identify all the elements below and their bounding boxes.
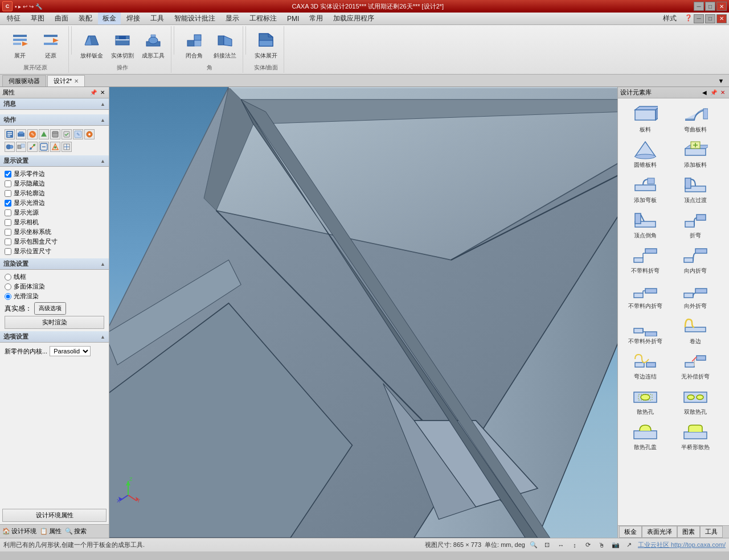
menu-common[interactable]: 常用 [305, 13, 327, 24]
action-btn-8[interactable] [84, 129, 95, 139]
lib-item-heat-hole[interactable]: 散热孔 [620, 383, 670, 418]
panel-pin-btn[interactable]: 📌 [89, 89, 97, 97]
lib-item-half-bridge-heat[interactable]: 半桥形散热 [670, 418, 720, 454]
tab-design2[interactable]: 设计2* ✕ [47, 75, 85, 87]
checkbox-hidden-edges-input[interactable] [5, 180, 11, 187]
menu-addins[interactable]: 加载应用程序 [329, 13, 379, 24]
ribbon-btn-solid-cut[interactable]: 实体切割 [108, 27, 137, 61]
panel-close-btn[interactable]: ✕ [99, 89, 107, 97]
lib-item-bend-sheet[interactable]: 弯曲板料 [670, 101, 720, 136]
lib-item-cone-sheet[interactable]: 圆锥板料 [620, 136, 670, 171]
ribbon-btn-miter-flange[interactable]: 斜接法兰 [211, 27, 239, 61]
right-panel-back-btn[interactable]: ◀ [701, 89, 708, 97]
menu-tools[interactable]: 工具 [146, 13, 169, 24]
lib-item-fold-no-mat-out[interactable]: 不带料外折弯 [620, 312, 670, 348]
zoom-fit-btn[interactable]: ⊡ [542, 540, 552, 550]
section-render[interactable]: 渲染设置 ▲ [0, 258, 109, 270]
section-display[interactable]: 显示设置 ▲ [0, 155, 109, 167]
menu-assembly[interactable]: 装配 [74, 13, 97, 24]
radio-faceted-input[interactable] [5, 283, 11, 290]
lib-item-fold[interactable]: 折弯 [670, 207, 720, 242]
ribbon-btn-expand[interactable]: 展开 [6, 27, 34, 61]
status-btn4[interactable]: 🖱 [597, 540, 607, 550]
status-btn1[interactable]: ↔ [556, 540, 566, 550]
panel-restore[interactable]: □ [705, 14, 715, 23]
panel-close[interactable]: ✕ [716, 14, 727, 23]
action-btn-13[interactable] [50, 142, 60, 152]
lib-item-dual-heat-hole[interactable]: 双散热孔 [670, 383, 720, 418]
lib-item-add-sheet[interactable]: 添加板料 [670, 136, 720, 171]
tab-servo-driver[interactable]: 伺服驱动器 [2, 75, 46, 87]
checkbox-camera-input[interactable] [5, 219, 11, 226]
realtime-render-btn[interactable]: 实时渲染 [5, 316, 104, 329]
panel-minimize[interactable]: ─ [694, 14, 704, 23]
checkbox-light-input[interactable] [5, 209, 11, 216]
action-btn-9[interactable] [5, 142, 15, 152]
section-message[interactable]: 消息 ▲ [0, 98, 109, 110]
community-link[interactable]: 工业云社区 http://top.caxa.com/ [638, 541, 726, 549]
menu-sketch[interactable]: 草图 [26, 13, 49, 24]
tab-design2-close[interactable]: ✕ [74, 78, 79, 84]
ribbon-btn-form-tool[interactable]: 成形工具 [139, 27, 167, 61]
menu-smartdesign[interactable]: 智能设计批注 [170, 13, 220, 24]
menu-weld[interactable]: 焊接 [122, 13, 145, 24]
right-panel-pin-btn[interactable]: 📌 [710, 89, 718, 97]
action-btn-1[interactable] [5, 129, 15, 139]
lib-item-sheet[interactable]: 板料 [620, 101, 670, 136]
viewport-3d[interactable]: X Y Z [109, 87, 617, 538]
right-tab-sheetmetal[interactable]: 板金 [619, 526, 642, 538]
right-tab-tools[interactable]: 工具 [700, 526, 723, 538]
right-panel-close-btn[interactable]: ✕ [719, 89, 727, 97]
action-btn-6[interactable] [62, 129, 72, 139]
ribbon-btn-solid-unfold[interactable]: 实体展开 [252, 27, 280, 61]
new-part-kernel-select[interactable]: Parasolid ACIS [50, 346, 91, 356]
section-action[interactable]: 动作 ▲ [0, 114, 109, 126]
menu-style[interactable]: 样式 [658, 13, 681, 24]
ribbon-btn-loft-sheet[interactable]: 放样钣金 [77, 27, 106, 61]
maximize-button[interactable]: □ [705, 2, 715, 11]
checkbox-pos-input[interactable] [5, 248, 11, 255]
close-button[interactable]: ✕ [716, 2, 727, 11]
action-btn-3[interactable]: ✎ [27, 129, 38, 139]
ribbon-btn-close-corner[interactable]: 闭合角 [180, 27, 208, 61]
section-options[interactable]: 选项设置 ▲ [0, 331, 109, 343]
menu-drawing[interactable]: 工程标注 [245, 13, 281, 24]
lib-item-fold-no-mat[interactable]: 不带料折弯 [620, 242, 670, 277]
action-btn-2[interactable] [16, 129, 26, 139]
radio-wireframe-input[interactable] [5, 274, 11, 281]
lib-item-edge-connect[interactable]: 弯边连结 [620, 348, 670, 383]
status-btn2[interactable]: ↕ [570, 540, 580, 550]
lib-item-vertex-chamfer[interactable]: 顶点倒角 [620, 207, 670, 242]
lib-item-add-bend[interactable]: 添加弯板 [620, 171, 670, 207]
menu-pmi[interactable]: PMI [282, 14, 304, 24]
menu-surface[interactable]: 曲面 [50, 13, 73, 24]
design-lib-scroll[interactable]: 板料 弯曲板料 圆锥板料 [618, 98, 729, 525]
lib-item-hem[interactable]: 卷边 [670, 312, 720, 348]
lib-item-vertex-trans[interactable]: 顶点过渡 [670, 171, 720, 207]
zoom-in-btn[interactable]: 🔍 [529, 540, 539, 550]
lib-item-fold-no-mat-in[interactable]: 不带料内折弯 [620, 277, 670, 312]
design-env-props-btn[interactable]: 设计环境属性 [2, 509, 107, 522]
action-btn-10[interactable] [16, 142, 26, 152]
right-tab-gloss[interactable]: 表面光泽 [642, 526, 677, 538]
lib-item-heat-hole-cover[interactable]: 散热孔盖 [620, 418, 670, 454]
menu-display[interactable]: 显示 [221, 13, 244, 24]
status-btn3[interactable]: ⟳ [583, 540, 593, 550]
advanced-options-btn[interactable]: 高级选项 [34, 302, 66, 315]
bottom-tab-properties[interactable]: 📋 属性 [40, 527, 62, 536]
checkbox-part-edges-input[interactable] [5, 171, 11, 178]
checkbox-profile-edges-input[interactable] [5, 190, 11, 197]
lib-item-fold-inward[interactable]: 向内折弯 [670, 242, 720, 277]
minimize-button[interactable]: ─ [694, 2, 704, 11]
help-icon[interactable]: ❓ [685, 14, 693, 23]
lib-item-fold-outward[interactable]: 向外折弯 [670, 277, 720, 312]
lib-item-no-comp-fold[interactable]: 无补偿折弯 [670, 348, 720, 383]
radio-smooth-input[interactable] [5, 293, 11, 300]
menu-sheetmetal[interactable]: 板金 [98, 13, 121, 24]
right-tab-elements[interactable]: 图素 [677, 526, 700, 538]
action-btn-14[interactable] [62, 142, 72, 152]
action-btn-5[interactable] [50, 129, 60, 139]
action-btn-11[interactable] [27, 142, 38, 152]
menu-feature[interactable]: 特征 [2, 13, 25, 24]
status-btn5[interactable]: 📷 [611, 540, 621, 550]
